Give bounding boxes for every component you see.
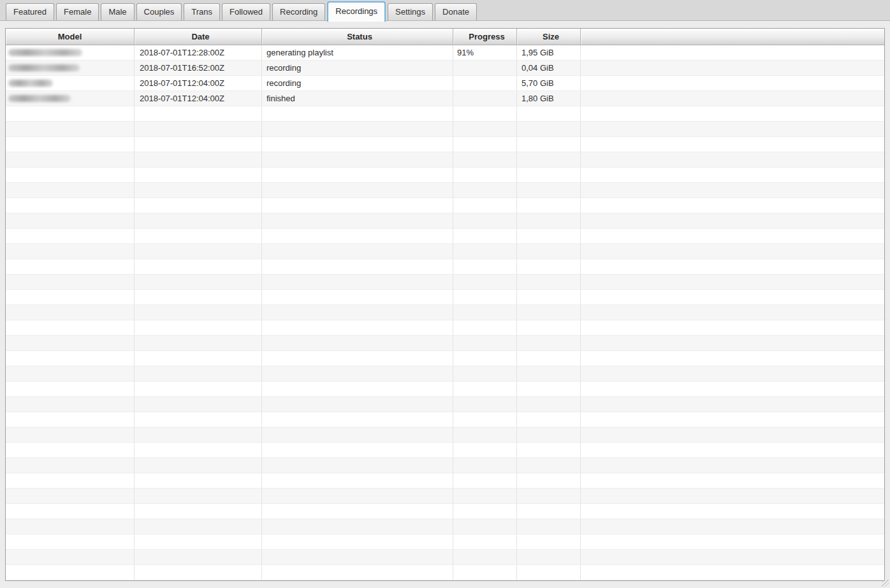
- app-window: FeaturedFemaleMaleCouplesTransFollowedRe…: [0, 0, 890, 588]
- table-row-empty[interactable]: [6, 427, 884, 443]
- cell-status: [262, 412, 453, 427]
- table-row-empty[interactable]: [6, 366, 884, 382]
- cell-model: [6, 565, 135, 580]
- tab-female[interactable]: Female: [56, 3, 99, 20]
- table-row-empty[interactable]: [6, 290, 884, 305]
- table-row[interactable]: 2018-07-01T12:04:00Zrecording5,70 GiB: [6, 76, 884, 91]
- cell-extra: [581, 183, 884, 198]
- table-row-empty[interactable]: [6, 275, 884, 290]
- cell-size: [517, 152, 581, 168]
- cell-date: [135, 244, 262, 259]
- table-row-empty[interactable]: [6, 137, 884, 152]
- cell-model: [6, 427, 135, 443]
- cell-size: [517, 137, 581, 152]
- redacted-model-name: [8, 95, 71, 102]
- cell-date: [135, 229, 262, 244]
- tab-followed[interactable]: Followed: [222, 3, 270, 20]
- column-header-date[interactable]: Date: [135, 29, 262, 45]
- cell-progress: 91%: [453, 45, 517, 61]
- cell-status: [262, 397, 453, 412]
- table-row-empty[interactable]: [6, 382, 884, 397]
- cell-size: [517, 259, 581, 275]
- tab-couples[interactable]: Couples: [136, 3, 182, 20]
- table-row-empty[interactable]: [6, 122, 884, 137]
- column-header-size[interactable]: Size: [517, 29, 581, 45]
- cell-size: [517, 397, 581, 412]
- cell-size: 0,04 GiB: [517, 61, 581, 76]
- table-row-empty[interactable]: [6, 213, 884, 229]
- cell-extra: [581, 366, 884, 382]
- table-row-empty[interactable]: [6, 229, 884, 244]
- cell-extra: [581, 412, 884, 427]
- cell-extra: [581, 565, 884, 580]
- recordings-table: ModelDateStatusProgressSize 2018-07-01T1…: [5, 28, 885, 581]
- tab-male[interactable]: Male: [101, 3, 134, 20]
- window-bottom-strip: [0, 582, 890, 588]
- cell-model: [6, 534, 135, 550]
- cell-extra: [581, 137, 884, 152]
- table-row-empty[interactable]: [6, 152, 884, 168]
- cell-extra: [581, 198, 884, 213]
- cell-progress: [453, 458, 517, 473]
- table-row[interactable]: 2018-07-01T16:52:00Zrecording0,04 GiB: [6, 61, 884, 76]
- cell-size: [517, 122, 581, 137]
- table-row[interactable]: 2018-07-01T12:04:00Zfinished1,80 GiB: [6, 91, 884, 106]
- cell-progress: [453, 76, 517, 91]
- cell-extra: [581, 61, 884, 76]
- cell-size: [517, 519, 581, 534]
- table-row-empty[interactable]: [6, 198, 884, 213]
- tab-donate[interactable]: Donate: [435, 3, 477, 20]
- cell-status: [262, 534, 453, 550]
- column-header-progress[interactable]: Progress: [453, 29, 517, 45]
- table-row-empty[interactable]: [6, 320, 884, 336]
- table-row-empty[interactable]: [6, 244, 884, 259]
- cell-status: [262, 366, 453, 382]
- table-row-empty[interactable]: [6, 351, 884, 366]
- column-header-model[interactable]: Model: [6, 29, 135, 45]
- resize-grip-icon[interactable]: [882, 580, 889, 587]
- cell-status: [262, 382, 453, 397]
- cell-progress: [453, 137, 517, 152]
- table-row-empty[interactable]: [6, 489, 884, 504]
- cell-progress: [453, 550, 517, 565]
- cell-model: [6, 351, 135, 366]
- table-row[interactable]: 2018-07-01T12:28:00Zgenerating playlist9…: [6, 45, 884, 61]
- table-row-empty[interactable]: [6, 168, 884, 183]
- table-row-empty[interactable]: [6, 550, 884, 565]
- table-row-empty[interactable]: [6, 106, 884, 122]
- table-row-empty[interactable]: [6, 397, 884, 412]
- cell-progress: [453, 229, 517, 244]
- cell-size: [517, 106, 581, 122]
- column-header-status[interactable]: Status: [262, 29, 453, 45]
- table-row-empty[interactable]: [6, 565, 884, 580]
- tab-trans[interactable]: Trans: [184, 3, 220, 20]
- tab-settings[interactable]: Settings: [388, 3, 433, 20]
- tab-recording[interactable]: Recording: [272, 3, 325, 20]
- cell-model: [6, 382, 135, 397]
- cell-extra: [581, 229, 884, 244]
- cell-date: 2018-07-01T16:52:00Z: [135, 61, 262, 76]
- tab-featured[interactable]: Featured: [6, 3, 54, 20]
- cell-extra: [581, 168, 884, 183]
- table-row-empty[interactable]: [6, 336, 884, 351]
- table-row-empty[interactable]: [6, 259, 884, 275]
- cell-date: [135, 106, 262, 122]
- table-row-empty[interactable]: [6, 183, 884, 198]
- table-row-empty[interactable]: [6, 473, 884, 489]
- cell-progress: [453, 489, 517, 504]
- cell-progress: [453, 91, 517, 106]
- table-row-empty[interactable]: [6, 412, 884, 427]
- cell-extra: [581, 336, 884, 351]
- table-row-empty[interactable]: [6, 458, 884, 473]
- table-row-empty[interactable]: [6, 519, 884, 534]
- cell-size: [517, 458, 581, 473]
- table-row-empty[interactable]: [6, 504, 884, 519]
- table-row-empty[interactable]: [6, 305, 884, 320]
- column-header-extra[interactable]: [581, 29, 884, 45]
- cell-progress: [453, 427, 517, 443]
- cell-size: [517, 427, 581, 443]
- table-row-empty[interactable]: [6, 534, 884, 550]
- table-row-empty[interactable]: [6, 443, 884, 458]
- tab-recordings[interactable]: Recordings: [327, 1, 386, 22]
- cell-progress: [453, 565, 517, 580]
